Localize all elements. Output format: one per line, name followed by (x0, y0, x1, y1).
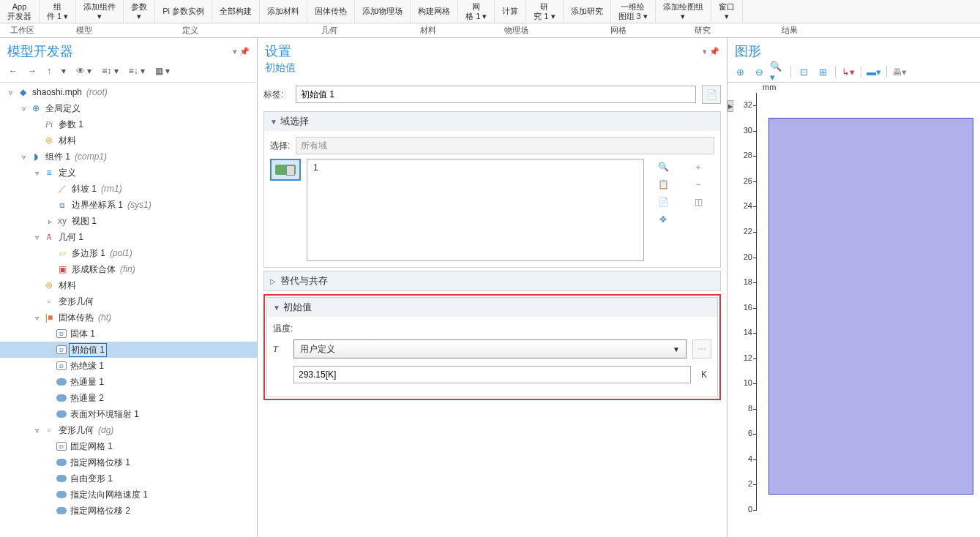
tree-node[interactable]: ▿▫变形几何(dg) (0, 422, 257, 438)
zoom-extents-icon[interactable]: ⊡ (796, 64, 812, 79)
tree-node[interactable]: 指定网格位移 1 (0, 454, 257, 470)
tree-node[interactable]: 指定法向网格速度 1 (0, 487, 257, 503)
domain-toggle-button[interactable] (270, 159, 301, 181)
toolbar-button[interactable]: ← (6, 64, 20, 78)
ribbon-item[interactable]: 窗口▾ (711, 0, 743, 23)
tree-node[interactable]: ⊛材料 (0, 132, 257, 149)
tree-node[interactable]: ▿≡定义 (0, 165, 257, 181)
panel-pin-icons[interactable]: ▾ 📌 (703, 47, 719, 56)
geometry-rect[interactable] (768, 118, 973, 495)
move-icon[interactable]: ✥ (656, 213, 670, 226)
axis-icon[interactable]: ↳▾ (840, 64, 856, 79)
zoom-out-icon[interactable]: ⊖ (751, 64, 767, 79)
tree-node[interactable]: ▫变形几何 (0, 293, 257, 309)
copy-icon[interactable]: 📄 (656, 195, 670, 209)
expand-icon[interactable]: ▿ (32, 314, 41, 322)
y-tick-label: 22 (732, 227, 752, 236)
domain-list[interactable]: 1 (307, 159, 644, 261)
tree-node[interactable]: 热通量 1 (0, 374, 257, 390)
node-label: 表面对环境辐射 1 (69, 408, 141, 421)
tree-node[interactable]: ▿◆shaoshi.mph(root) (0, 84, 257, 100)
domain-item[interactable]: 1 (313, 162, 637, 173)
zoom-in-icon[interactable]: ⊕ (732, 64, 748, 79)
expand-icon[interactable]: ▿ (32, 169, 41, 177)
y-tick-label: 30 (732, 126, 752, 135)
section-title: 替代与共存 (280, 274, 328, 288)
temperature-mode-combo[interactable]: 用户定义 ▼ (293, 339, 687, 358)
tree-node[interactable]: Pi参数 1 (0, 116, 257, 132)
tree-node[interactable]: D初始值 1 (0, 342, 257, 358)
toolbar-button[interactable]: ≡↓ ▾ (126, 64, 148, 78)
ribbon-item[interactable]: Pi 参数实例 (155, 0, 212, 23)
print-icon[interactable]: 🖶▾ (891, 64, 908, 79)
toolbar-button[interactable]: ▾ (59, 64, 69, 78)
node-tag: (rm1) (101, 184, 122, 194)
tree-node[interactable]: ▿Ａ几何 1 (0, 229, 257, 245)
tree-node[interactable]: ▱多边形 1(pol1) (0, 245, 257, 261)
tree-node[interactable]: ／斜坡 1(rm1) (0, 181, 257, 197)
tree-node[interactable]: ▿⊕全局定义 (0, 100, 257, 116)
ribbon-item[interactable]: 构建网格 (411, 0, 458, 23)
ribbon-item[interactable]: 计算 (495, 0, 526, 23)
zoom-box-icon[interactable]: 🔍▾ (770, 64, 786, 79)
toolbar-button[interactable]: → (25, 64, 40, 78)
tree-node[interactable]: 表面对环境辐射 1 (0, 406, 257, 422)
toolbar-button[interactable]: ↑ (44, 64, 54, 78)
ribbon-item[interactable]: 参数▾ (124, 0, 155, 23)
tree-node[interactable]: ▿|■固体传热(ht) (0, 309, 257, 326)
tree-node[interactable]: 自由变形 1 (0, 470, 257, 487)
toolbar-button[interactable]: 👁 ▾ (73, 64, 94, 78)
tree-node[interactable]: 指定网格位移 2 (0, 503, 257, 519)
clear-icon[interactable]: ◫ (691, 195, 706, 209)
temperature-input[interactable] (293, 366, 691, 383)
expand-icon[interactable]: ▿ (32, 427, 41, 435)
ribbon-item[interactable]: 组件 1 ▾ (40, 0, 76, 23)
ribbon-item[interactable]: 一维绘图组 3 ▾ (611, 0, 656, 23)
expand-icon[interactable]: ▿ (32, 233, 41, 241)
expand-icon[interactable]: ▹ (45, 217, 54, 225)
ribbon-item[interactable]: 固体传热 (307, 0, 355, 23)
render-icon[interactable]: ▬▾ (866, 64, 882, 79)
tree-node[interactable]: D热绝缘 1 (0, 358, 257, 374)
expand-icon[interactable]: ▿ (19, 105, 28, 113)
node-label: 固体传热 (57, 311, 95, 325)
add-icon[interactable]: ＋ (691, 160, 706, 173)
graphics-canvas[interactable]: ▶ mm 32302826242220181614121086420 (727, 83, 980, 537)
tree-node[interactable]: D固定网格 1 (0, 438, 257, 454)
ribbon-item[interactable]: 全部构建 (212, 0, 260, 23)
toolbar-button[interactable]: ▦ ▾ (152, 64, 173, 78)
paste-icon[interactable]: 📋 (656, 178, 670, 191)
show-equation-button[interactable]: 📄 (702, 85, 721, 104)
section-header[interactable]: ▼ 初始值 (267, 298, 717, 317)
tree-node[interactable]: ⊛材料 (0, 277, 257, 293)
tree-node[interactable]: 热通量 2 (0, 390, 257, 406)
section-header[interactable]: ▷ 替代与共存 (264, 271, 720, 290)
ribbon-item[interactable]: 添加研究 (564, 0, 611, 23)
node-tag: (pol1) (110, 248, 132, 258)
tree-node[interactable]: ▣形成联合体(fin) (0, 261, 257, 277)
remove-icon[interactable]: − (691, 178, 706, 191)
ribbon-item[interactable]: 添加物理场 (355, 0, 411, 23)
zoom-selection-icon[interactable]: 🔍 (656, 160, 670, 173)
tree-node[interactable]: ▹xy视图 1 (0, 213, 257, 229)
ribbon-item[interactable]: 研究 1 ▾ (526, 0, 563, 23)
toolbar-button[interactable]: ≡↕ ▾ (99, 64, 121, 78)
link-button[interactable]: ⋯ (692, 339, 711, 358)
panel-pin-icons[interactable]: ▾ 📌 (233, 47, 250, 56)
ribbon-item[interactable]: 添加组件▾ (76, 0, 124, 23)
expand-icon[interactable]: ▿ (19, 153, 28, 161)
ribbon-item[interactable]: 添加材料 (260, 0, 307, 23)
expand-icon[interactable]: ▿ (6, 89, 15, 97)
ribbon-item[interactable]: 网格 1 ▾ (458, 0, 495, 23)
zoom-selected-icon[interactable]: ⊞ (815, 64, 831, 79)
tree-node[interactable]: ⧈边界坐标系 1(sys1) (0, 197, 257, 213)
ribbon-item[interactable]: 添加绘图组▾ (656, 0, 711, 23)
node-label: 材料 (57, 279, 78, 293)
tree-node[interactable]: D固体 1 (0, 326, 257, 342)
label-input[interactable] (296, 86, 696, 103)
section-header[interactable]: ▼ 域选择 (264, 112, 720, 131)
node-label: 变形几何 (57, 424, 95, 438)
ribbon-item[interactable]: App开发器 (0, 0, 40, 23)
y-tick-label: 2 (732, 479, 752, 488)
tree-node[interactable]: ▿◗组件 1(comp1) (0, 149, 257, 165)
